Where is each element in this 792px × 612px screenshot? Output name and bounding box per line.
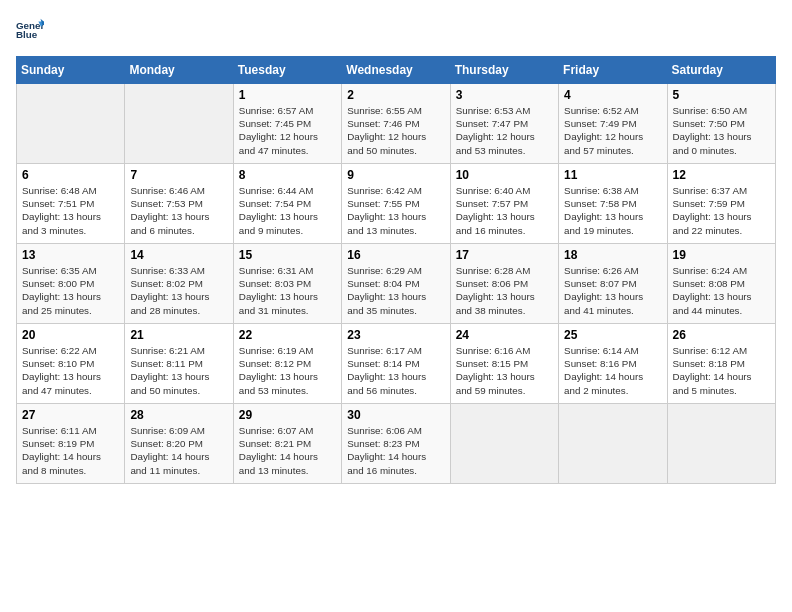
day-info: Sunrise: 6:09 AMSunset: 8:20 PMDaylight:…: [130, 424, 227, 477]
calendar-cell: 24Sunrise: 6:16 AMSunset: 8:15 PMDayligh…: [450, 324, 558, 404]
day-number: 30: [347, 408, 444, 422]
day-info: Sunrise: 6:17 AMSunset: 8:14 PMDaylight:…: [347, 344, 444, 397]
day-info: Sunrise: 6:11 AMSunset: 8:19 PMDaylight:…: [22, 424, 119, 477]
calendar-cell: 26Sunrise: 6:12 AMSunset: 8:18 PMDayligh…: [667, 324, 775, 404]
calendar-cell: [125, 84, 233, 164]
day-number: 23: [347, 328, 444, 342]
day-number: 6: [22, 168, 119, 182]
day-number: 29: [239, 408, 336, 422]
day-number: 15: [239, 248, 336, 262]
day-number: 21: [130, 328, 227, 342]
calendar-cell: 2Sunrise: 6:55 AMSunset: 7:46 PMDaylight…: [342, 84, 450, 164]
calendar-table: SundayMondayTuesdayWednesdayThursdayFrid…: [16, 56, 776, 484]
day-number: 19: [673, 248, 770, 262]
calendar-cell: 23Sunrise: 6:17 AMSunset: 8:14 PMDayligh…: [342, 324, 450, 404]
calendar-cell: 5Sunrise: 6:50 AMSunset: 7:50 PMDaylight…: [667, 84, 775, 164]
day-number: 18: [564, 248, 661, 262]
calendar-cell: 19Sunrise: 6:24 AMSunset: 8:08 PMDayligh…: [667, 244, 775, 324]
day-number: 24: [456, 328, 553, 342]
day-number: 17: [456, 248, 553, 262]
column-header-thursday: Thursday: [450, 57, 558, 84]
calendar-cell: 20Sunrise: 6:22 AMSunset: 8:10 PMDayligh…: [17, 324, 125, 404]
day-number: 11: [564, 168, 661, 182]
day-number: 27: [22, 408, 119, 422]
day-number: 3: [456, 88, 553, 102]
logo: General Blue: [16, 16, 50, 44]
day-info: Sunrise: 6:29 AMSunset: 8:04 PMDaylight:…: [347, 264, 444, 317]
calendar-cell: 22Sunrise: 6:19 AMSunset: 8:12 PMDayligh…: [233, 324, 341, 404]
calendar-cell: [559, 404, 667, 484]
calendar-cell: 25Sunrise: 6:14 AMSunset: 8:16 PMDayligh…: [559, 324, 667, 404]
day-number: 4: [564, 88, 661, 102]
day-info: Sunrise: 6:21 AMSunset: 8:11 PMDaylight:…: [130, 344, 227, 397]
day-info: Sunrise: 6:50 AMSunset: 7:50 PMDaylight:…: [673, 104, 770, 157]
column-header-wednesday: Wednesday: [342, 57, 450, 84]
calendar-cell: 4Sunrise: 6:52 AMSunset: 7:49 PMDaylight…: [559, 84, 667, 164]
calendar-cell: 28Sunrise: 6:09 AMSunset: 8:20 PMDayligh…: [125, 404, 233, 484]
day-info: Sunrise: 6:42 AMSunset: 7:55 PMDaylight:…: [347, 184, 444, 237]
column-header-tuesday: Tuesday: [233, 57, 341, 84]
calendar-cell: 14Sunrise: 6:33 AMSunset: 8:02 PMDayligh…: [125, 244, 233, 324]
day-number: 25: [564, 328, 661, 342]
calendar-cell: 21Sunrise: 6:21 AMSunset: 8:11 PMDayligh…: [125, 324, 233, 404]
calendar-cell: 11Sunrise: 6:38 AMSunset: 7:58 PMDayligh…: [559, 164, 667, 244]
calendar-cell: 6Sunrise: 6:48 AMSunset: 7:51 PMDaylight…: [17, 164, 125, 244]
day-number: 20: [22, 328, 119, 342]
day-info: Sunrise: 6:33 AMSunset: 8:02 PMDaylight:…: [130, 264, 227, 317]
calendar-cell: 17Sunrise: 6:28 AMSunset: 8:06 PMDayligh…: [450, 244, 558, 324]
day-info: Sunrise: 6:37 AMSunset: 7:59 PMDaylight:…: [673, 184, 770, 237]
day-number: 2: [347, 88, 444, 102]
column-header-friday: Friday: [559, 57, 667, 84]
calendar-cell: 7Sunrise: 6:46 AMSunset: 7:53 PMDaylight…: [125, 164, 233, 244]
page-header: General Blue: [16, 16, 776, 44]
day-info: Sunrise: 6:22 AMSunset: 8:10 PMDaylight:…: [22, 344, 119, 397]
calendar-cell: 18Sunrise: 6:26 AMSunset: 8:07 PMDayligh…: [559, 244, 667, 324]
calendar-cell: 29Sunrise: 6:07 AMSunset: 8:21 PMDayligh…: [233, 404, 341, 484]
day-info: Sunrise: 6:06 AMSunset: 8:23 PMDaylight:…: [347, 424, 444, 477]
logo-icon: General Blue: [16, 16, 44, 44]
day-info: Sunrise: 6:28 AMSunset: 8:06 PMDaylight:…: [456, 264, 553, 317]
day-number: 12: [673, 168, 770, 182]
calendar-cell: 3Sunrise: 6:53 AMSunset: 7:47 PMDaylight…: [450, 84, 558, 164]
day-info: Sunrise: 6:38 AMSunset: 7:58 PMDaylight:…: [564, 184, 661, 237]
day-number: 28: [130, 408, 227, 422]
day-info: Sunrise: 6:48 AMSunset: 7:51 PMDaylight:…: [22, 184, 119, 237]
calendar-cell: 30Sunrise: 6:06 AMSunset: 8:23 PMDayligh…: [342, 404, 450, 484]
day-number: 8: [239, 168, 336, 182]
calendar-cell: 13Sunrise: 6:35 AMSunset: 8:00 PMDayligh…: [17, 244, 125, 324]
calendar-cell: 1Sunrise: 6:57 AMSunset: 7:45 PMDaylight…: [233, 84, 341, 164]
day-number: 13: [22, 248, 119, 262]
day-info: Sunrise: 6:07 AMSunset: 8:21 PMDaylight:…: [239, 424, 336, 477]
day-number: 1: [239, 88, 336, 102]
day-number: 16: [347, 248, 444, 262]
calendar-cell: [17, 84, 125, 164]
calendar-cell: 10Sunrise: 6:40 AMSunset: 7:57 PMDayligh…: [450, 164, 558, 244]
day-number: 14: [130, 248, 227, 262]
day-info: Sunrise: 6:12 AMSunset: 8:18 PMDaylight:…: [673, 344, 770, 397]
calendar-cell: 12Sunrise: 6:37 AMSunset: 7:59 PMDayligh…: [667, 164, 775, 244]
column-header-monday: Monday: [125, 57, 233, 84]
calendar-cell: [450, 404, 558, 484]
svg-text:Blue: Blue: [16, 29, 38, 40]
calendar-cell: 9Sunrise: 6:42 AMSunset: 7:55 PMDaylight…: [342, 164, 450, 244]
day-info: Sunrise: 6:31 AMSunset: 8:03 PMDaylight:…: [239, 264, 336, 317]
day-number: 9: [347, 168, 444, 182]
calendar-cell: 8Sunrise: 6:44 AMSunset: 7:54 PMDaylight…: [233, 164, 341, 244]
day-info: Sunrise: 6:26 AMSunset: 8:07 PMDaylight:…: [564, 264, 661, 317]
day-number: 26: [673, 328, 770, 342]
calendar-cell: [667, 404, 775, 484]
day-info: Sunrise: 6:24 AMSunset: 8:08 PMDaylight:…: [673, 264, 770, 317]
day-info: Sunrise: 6:52 AMSunset: 7:49 PMDaylight:…: [564, 104, 661, 157]
day-info: Sunrise: 6:57 AMSunset: 7:45 PMDaylight:…: [239, 104, 336, 157]
day-info: Sunrise: 6:53 AMSunset: 7:47 PMDaylight:…: [456, 104, 553, 157]
day-number: 10: [456, 168, 553, 182]
calendar-cell: 27Sunrise: 6:11 AMSunset: 8:19 PMDayligh…: [17, 404, 125, 484]
day-info: Sunrise: 6:16 AMSunset: 8:15 PMDaylight:…: [456, 344, 553, 397]
column-header-sunday: Sunday: [17, 57, 125, 84]
day-number: 7: [130, 168, 227, 182]
day-number: 5: [673, 88, 770, 102]
calendar-cell: 15Sunrise: 6:31 AMSunset: 8:03 PMDayligh…: [233, 244, 341, 324]
calendar-cell: 16Sunrise: 6:29 AMSunset: 8:04 PMDayligh…: [342, 244, 450, 324]
day-info: Sunrise: 6:14 AMSunset: 8:16 PMDaylight:…: [564, 344, 661, 397]
day-info: Sunrise: 6:40 AMSunset: 7:57 PMDaylight:…: [456, 184, 553, 237]
